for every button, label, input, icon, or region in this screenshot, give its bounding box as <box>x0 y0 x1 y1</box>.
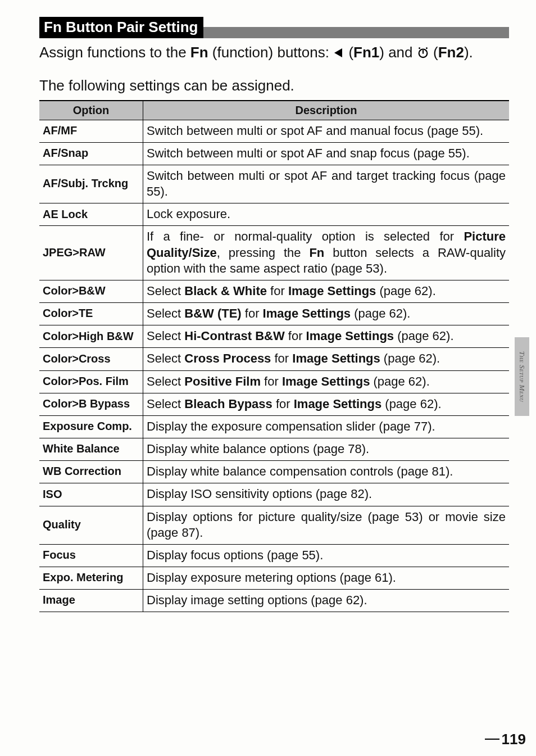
description-cell: Select Hi-Contrast B&W for Image Setting… <box>143 325 510 348</box>
option-cell: Image <box>39 590 143 612</box>
table-row: ISODisplay ISO sensitivity options (page… <box>39 483 509 506</box>
intro-text: Assign functions to the Fn (function) bu… <box>39 43 509 62</box>
table-row: AF/Subj. TrckngSwitch between multi or s… <box>39 165 509 203</box>
option-cell: AF/MF <box>39 120 143 142</box>
section-heading: Fn Button Pair Setting <box>39 17 203 38</box>
table-row: Exposure Comp.Display the exposure compe… <box>39 415 509 438</box>
option-cell: AF/Snap <box>39 142 143 165</box>
description-cell: Display the exposure compensation slider… <box>143 415 510 438</box>
description-cell: If a fine- or normal-quality option is s… <box>143 226 510 280</box>
table-row: AF/MFSwitch between multi or spot AF and… <box>39 120 509 142</box>
description-cell: Select Black & White for Image Settings … <box>143 280 510 302</box>
self-timer-icon <box>417 46 429 58</box>
description-cell: Select Positive Film for Image Settings … <box>143 370 510 393</box>
left-triangle-icon <box>333 47 344 58</box>
option-cell: ISO <box>39 483 143 506</box>
description-cell: Lock exposure. <box>143 203 510 226</box>
side-tab: The Setup Menu <box>515 337 529 416</box>
intro-fn: Fn <box>190 44 208 61</box>
option-cell: WB Correction <box>39 461 143 483</box>
subintro-text: The following settings can be assigned. <box>39 77 509 94</box>
description-cell: Display white balance options (page 78). <box>143 438 510 461</box>
table-row: Color>B&WSelect Black & White for Image … <box>39 280 509 302</box>
intro-fn1: Fn1 <box>353 44 379 61</box>
th-description: Description <box>143 101 510 120</box>
intro-fn2: Fn2 <box>438 44 464 61</box>
option-cell: Color>High B&W <box>39 325 143 348</box>
option-cell: Color>B Bypass <box>39 393 143 415</box>
table-row: AE LockLock exposure. <box>39 203 509 226</box>
table-row: Color>TESelect B&W (TE) for Image Settin… <box>39 303 509 325</box>
option-cell: Color>Pos. Film <box>39 370 143 393</box>
description-cell: Switch between multi or spot AF and targ… <box>143 165 510 203</box>
table-row: Expo. MeteringDisplay exposure metering … <box>39 567 509 589</box>
description-cell: Display white balance compensation contr… <box>143 461 510 483</box>
description-cell: Select B&W (TE) for Image Settings (page… <box>143 303 510 325</box>
table-row: Color>Pos. FilmSelect Positive Film for … <box>39 370 509 393</box>
description-cell: Display ISO sensitivity options (page 82… <box>143 483 510 506</box>
intro-mid: (function) buttons: <box>208 44 334 61</box>
table-row: Color>CrossSelect Cross Process for Imag… <box>39 348 509 370</box>
table-row: AF/SnapSwitch between multi or spot AF a… <box>39 142 509 165</box>
description-cell: Switch between multi or spot AF and manu… <box>143 120 510 142</box>
description-cell: Display image setting options (page 62). <box>143 590 510 612</box>
option-cell: White Balance <box>39 438 143 461</box>
description-cell: Switch between multi or spot AF and snap… <box>143 142 510 165</box>
intro-and: ) and <box>379 44 417 61</box>
table-row: QualityDisplay options for picture quali… <box>39 506 509 544</box>
option-cell: Color>Cross <box>39 348 143 370</box>
table-row: White BalanceDisplay white balance optio… <box>39 438 509 461</box>
svg-marker-0 <box>334 48 342 57</box>
svg-point-4 <box>426 47 428 49</box>
svg-point-3 <box>419 47 420 49</box>
table-row: ImageDisplay image setting options (page… <box>39 590 509 612</box>
table-row: Color>B BypassSelect Bleach Bypass for I… <box>39 393 509 415</box>
intro-post: ). <box>464 44 473 61</box>
option-cell: Focus <box>39 544 143 567</box>
table-row: JPEG>RAWIf a fine- or normal-quality opt… <box>39 226 509 280</box>
page-number: 119 <box>485 731 526 748</box>
table-row: FocusDisplay focus options (page 55). <box>39 544 509 567</box>
table-row: Color>High B&WSelect Hi-Contrast B&W for… <box>39 325 509 348</box>
options-table: Option Description AF/MFSwitch between m… <box>39 100 509 613</box>
option-cell: Expo. Metering <box>39 567 143 589</box>
option-cell: AF/Subj. Trckng <box>39 165 143 203</box>
description-cell: Display options for picture quality/size… <box>143 506 510 544</box>
description-cell: Select Bleach Bypass for Image Settings … <box>143 393 510 415</box>
description-cell: Display exposure metering options (page … <box>143 567 510 589</box>
option-cell: Exposure Comp. <box>39 415 143 438</box>
th-option: Option <box>39 101 143 120</box>
description-cell: Select Cross Process for Image Settings … <box>143 348 510 370</box>
side-tab-label: The Setup Menu <box>517 351 526 402</box>
page: Fn Button Pair Setting Assign functions … <box>0 0 536 756</box>
option-cell: JPEG>RAW <box>39 226 143 280</box>
heading-gray-strip <box>203 27 509 38</box>
table-row: WB CorrectionDisplay white balance compe… <box>39 461 509 483</box>
option-cell: Color>TE <box>39 303 143 325</box>
option-cell: AE Lock <box>39 203 143 226</box>
section-heading-bar: Fn Button Pair Setting <box>39 17 509 38</box>
option-cell: Color>B&W <box>39 280 143 302</box>
table-header-row: Option Description <box>39 101 509 120</box>
intro-pre: Assign functions to the <box>39 44 190 61</box>
option-cell: Quality <box>39 506 143 544</box>
description-cell: Display focus options (page 55). <box>143 544 510 567</box>
